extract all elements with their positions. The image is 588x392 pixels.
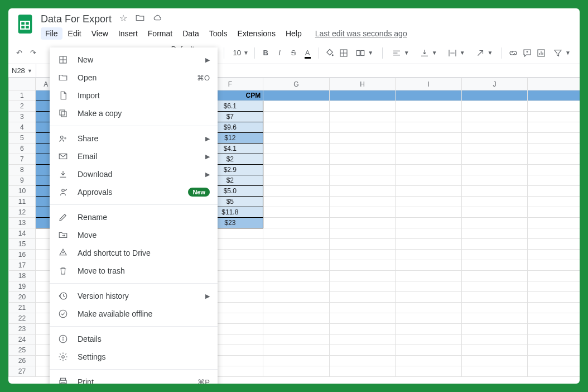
cell[interactable] (528, 112, 580, 122)
file-rename[interactable]: Rename (50, 208, 218, 226)
font-size-select[interactable]: 10▼ (230, 47, 249, 58)
row-header[interactable]: 17 (9, 260, 36, 271)
cell[interactable] (263, 303, 330, 313)
row-header[interactable]: 26 (9, 356, 36, 366)
cell[interactable] (396, 122, 462, 133)
cell[interactable] (329, 218, 396, 228)
row-header[interactable]: 12 (9, 207, 36, 218)
cell[interactable] (461, 165, 528, 175)
cell[interactable] (461, 292, 528, 303)
cell[interactable] (396, 218, 462, 228)
row-header[interactable]: 4 (9, 122, 36, 133)
cell[interactable] (396, 313, 462, 324)
cell[interactable] (396, 175, 462, 186)
cell[interactable] (263, 133, 330, 144)
last-edit-link[interactable]: Last edit was seconds ago (315, 29, 407, 38)
row-header[interactable]: 1 (9, 90, 36, 101)
cell[interactable] (263, 90, 330, 101)
cell[interactable] (329, 186, 396, 197)
cell[interactable] (263, 366, 330, 377)
file-trash[interactable]: Move to trash (50, 262, 218, 280)
cell[interactable] (461, 324, 528, 334)
column-header[interactable]: J (461, 78, 528, 90)
cell[interactable] (396, 101, 462, 112)
row-header[interactable]: 15 (9, 239, 36, 250)
cell[interactable] (329, 101, 396, 112)
column-header[interactable] (528, 78, 580, 90)
cell[interactable] (396, 260, 462, 271)
text-color-button[interactable]: A (302, 46, 313, 60)
cell[interactable] (528, 250, 580, 260)
cell[interactable] (461, 356, 528, 366)
cell[interactable] (396, 334, 462, 345)
cell[interactable] (461, 345, 528, 356)
cell[interactable] (528, 122, 580, 133)
row-header[interactable]: 13 (9, 218, 36, 228)
star-icon[interactable]: ☆ (119, 13, 127, 25)
cell[interactable] (528, 292, 580, 303)
undo-button[interactable]: ↶ (14, 46, 25, 60)
cell[interactable] (396, 112, 462, 122)
cell[interactable] (396, 197, 462, 207)
cloud-status-icon[interactable] (153, 13, 163, 25)
menu-edit[interactable]: Edit (64, 27, 86, 40)
cell[interactable] (329, 154, 396, 165)
row-header[interactable]: 16 (9, 250, 36, 260)
link-button[interactable] (508, 46, 518, 60)
cell[interactable] (396, 292, 462, 303)
cell[interactable] (263, 112, 330, 122)
file-offline[interactable]: Make available offline (50, 305, 218, 323)
borders-button[interactable] (338, 46, 349, 60)
column-header[interactable]: G (263, 78, 330, 90)
cell[interactable] (461, 303, 528, 313)
cell[interactable] (528, 366, 580, 377)
cell[interactable] (329, 334, 396, 345)
menu-file[interactable]: File (41, 27, 62, 40)
italic-button[interactable]: I (274, 46, 285, 60)
cell[interactable] (528, 271, 580, 281)
cell[interactable] (461, 366, 528, 377)
cell[interactable] (528, 154, 580, 165)
cell[interactable] (528, 345, 580, 356)
cell[interactable] (528, 313, 580, 324)
cell[interactable] (263, 207, 330, 218)
cell[interactable] (396, 366, 462, 377)
cell[interactable] (329, 197, 396, 207)
file-copy[interactable]: Make a copy (50, 104, 218, 122)
file-shortcut[interactable]: Add shortcut to Drive (50, 244, 218, 262)
cell[interactable] (396, 281, 462, 292)
cell[interactable] (461, 218, 528, 228)
cell[interactable] (528, 175, 580, 186)
cell[interactable] (396, 165, 462, 175)
menu-view[interactable]: View (87, 27, 113, 40)
row-header[interactable]: 22 (9, 313, 36, 324)
cell[interactable] (263, 260, 330, 271)
row-header[interactable]: 3 (9, 112, 36, 122)
cell[interactable] (329, 313, 396, 324)
strike-button[interactable]: S (288, 46, 299, 60)
menu-extensions[interactable]: Extensions (233, 27, 279, 40)
cell[interactable] (461, 186, 528, 197)
file-share[interactable]: Share▶ (50, 130, 218, 147)
cell[interactable] (396, 356, 462, 366)
cell[interactable] (329, 260, 396, 271)
cell[interactable] (329, 324, 396, 334)
cell[interactable] (396, 303, 462, 313)
cell[interactable] (263, 186, 330, 197)
cell[interactable] (263, 197, 330, 207)
cell[interactable] (329, 356, 396, 366)
file-move[interactable]: Move (50, 226, 218, 244)
file-import[interactable]: Import (50, 87, 218, 104)
file-email[interactable]: Email▶ (50, 147, 218, 165)
cell[interactable] (329, 144, 396, 154)
fill-color-button[interactable] (324, 46, 335, 60)
cell[interactable] (461, 334, 528, 345)
h-align-button[interactable]: ▼ (388, 47, 413, 59)
cell[interactable] (461, 250, 528, 260)
cell[interactable] (461, 112, 528, 122)
merge-button[interactable]: ▼ (352, 47, 377, 59)
cell[interactable] (329, 345, 396, 356)
cell[interactable] (263, 122, 330, 133)
row-header[interactable]: 7 (9, 154, 36, 165)
menu-tools[interactable]: Tools (205, 27, 232, 40)
